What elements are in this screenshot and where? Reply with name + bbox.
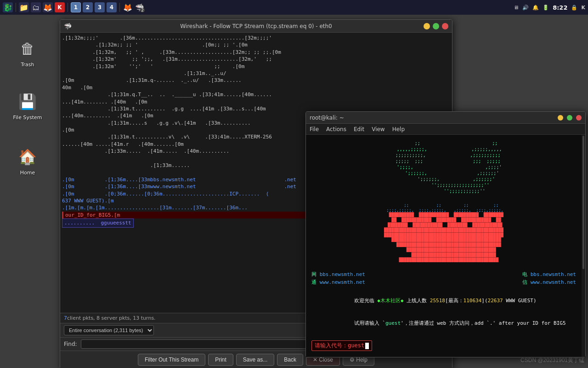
terminal-content: ;; ;; ,,,,,;;;;;, ,;;;;;,,,,, ;;;;;;;;;;…: [306, 135, 585, 357]
lock-icon[interactable]: 🔒: [571, 5, 577, 11]
filesystem-icon: 💾: [17, 91, 39, 113]
desktop-icon-filesystem[interactable]: 💾 File System: [11, 91, 44, 121]
filter-out-stream-button[interactable]: Filter Out This Stream: [138, 354, 205, 366]
menu-actions[interactable]: Actions: [326, 126, 346, 132]
stream-line: .[1;31m.._..u/: [62, 70, 450, 77]
desktop: 🗑 Trash 💾 File System 🏠 Home 🦈 Wireshark…: [0, 15, 588, 368]
terminal-menubar: File Actions Edit View Help: [306, 124, 585, 135]
ascii-art-top: ;; ;; ,,,,,;;;;;, ,;;;;;,,,,, ;;;;;;;;;;…: [311, 140, 576, 194]
wireshark-close-button[interactable]: [442, 23, 448, 29]
cursor: [365, 343, 369, 349]
conversation-select[interactable]: Entire conversation (2,311 bytes): [64, 325, 154, 335]
welcome-messages: 欢迎光临 ◆木木社区◆ 上线人数 25518[最高：110634](22637 …: [311, 289, 576, 335]
menu-file[interactable]: File: [310, 126, 319, 132]
bbs-ascii-art: ;; ;; ,,,,,;;;;;, ,;;;;;,,,,, ;;;;;;;;;;…: [308, 137, 580, 355]
kali-k-icon[interactable]: K: [581, 5, 585, 11]
taskbar-app-folder[interactable]: 🗂: [31, 2, 41, 12]
monitor-icon[interactable]: 🖥: [514, 5, 519, 11]
save-as-button[interactable]: Save as...: [236, 354, 274, 366]
desktop-icon-home[interactable]: 🏠 Home: [11, 146, 44, 176]
taskbar-app-kali[interactable]: K: [55, 2, 65, 12]
server-pkts: 8: [96, 315, 100, 321]
time-display: 8:22: [553, 4, 567, 11]
terminal-main[interactable]: ;; ;; ,,,,,;;;;;, ,;;;;;,,,,, ;;;;;;;;;;…: [306, 135, 582, 357]
print-button[interactable]: Print: [208, 354, 233, 366]
login-prompt[interactable]: 请输入代号：guest: [311, 340, 372, 351]
taskbar-firefox2[interactable]: 🦊: [123, 2, 133, 12]
stream-line: ...[41m........ .[40m .[0m: [62, 98, 450, 105]
wireshark-titlebar: 🦈 Wireshark - Follow TCP Stream (tcp.str…: [60, 20, 452, 33]
prompt-text: 请输入代号：guest: [315, 342, 364, 350]
volume-icon[interactable]: 🔊: [522, 5, 529, 11]
notify-icon[interactable]: 🔔: [532, 5, 539, 11]
login-hint: 试用请输入 `guest'，注册请通过 web 方式访问，add `.' aft…: [311, 312, 576, 335]
client-pkts: 7client pkts,: [64, 315, 96, 321]
menu-help[interactable]: Help: [392, 126, 405, 132]
home-icon: 🏠: [17, 146, 39, 168]
welcome-line: 欢迎光临 ◆木木社区◆ 上线人数 25518[最高：110634](22637 …: [311, 289, 576, 312]
menu-edit[interactable]: Edit: [354, 126, 364, 132]
trash-label: Trash: [21, 62, 34, 68]
stream-line: .[1;32m;;;;' .[36m......................…: [62, 34, 450, 41]
wireshark-window-controls: [424, 23, 448, 29]
terminal-titlebar: root@kali: ~: [306, 112, 585, 124]
site-info: 网 bbs.newsmth.net 电 bbs.newsmth.net: [311, 271, 576, 278]
terminal-maximize[interactable]: [567, 115, 572, 121]
workspace-2[interactable]: 2: [83, 2, 93, 12]
terminal-window: root@kali: ~ File Actions Edit View Help…: [305, 111, 586, 357]
workspace-4[interactable]: 4: [107, 2, 117, 12]
minimize-button[interactable]: [424, 23, 430, 29]
input-prompt-area: 请输入代号：guest: [311, 339, 576, 351]
trash-icon: 🗑: [17, 38, 39, 60]
stream-line: .[1;32m;; ;; ' .[0m;; ;; '.[0m: [62, 41, 450, 48]
terminal-minimize[interactable]: [558, 115, 563, 121]
terminal-title: root@kali: ~: [310, 115, 344, 121]
taskbar-app-dragon[interactable]: 🐉: [3, 2, 13, 12]
taskbar-app-firefox[interactable]: 🦊: [43, 2, 53, 12]
csdn-watermark: CSDN @20231901黄丁锰: [520, 356, 584, 364]
stream-line: .[1;32m' ;; ';;, .[31m..................…: [62, 56, 450, 63]
menu-view[interactable]: View: [372, 126, 384, 132]
taskbar: 🐉 📁 🗂 🦊 K 1 2 3 4 🦊 🦈2 🖥 🔊 🔔 🔋 8:22 🔒 K: [0, 0, 588, 15]
taskbar-app-files[interactable]: 📁: [19, 2, 29, 12]
maximize-button[interactable]: [433, 23, 439, 29]
stream-line: .[0m .[1;31m.q-...... ._..u/ .[33m......: [62, 77, 450, 84]
stream-line: .[1;32m' '';' ' ;; .[0m: [62, 63, 450, 70]
taskbar-wireshark[interactable]: 🦈2: [135, 2, 145, 12]
stream-line: .[1;31m.q.T__.. .. .______u .[33;41m....…: [62, 91, 450, 98]
filesystem-label: File System: [13, 115, 42, 121]
wireshark-title: Wireshark - Follow TCP Stream (tcp.strea…: [180, 23, 332, 29]
taskbar-right: 🖥 🔊 🔔 🔋 8:22 🔒 K: [514, 4, 585, 11]
terminal-close[interactable]: [576, 115, 582, 121]
desktop-icon-trash[interactable]: 🗑 Trash: [11, 38, 44, 68]
workspace-3[interactable]: 3: [95, 2, 105, 12]
terminal-window-controls: [558, 115, 582, 121]
terminal-scrollbar[interactable]: [582, 135, 585, 357]
find-label: Find:: [64, 341, 77, 347]
stream-line: 40m .[0m: [62, 84, 450, 91]
home-label: Home: [20, 170, 35, 176]
stream-line: .[1;32m, ;; ' , .[33m...................…: [62, 49, 450, 56]
wireshark-logo: 🦈: [64, 23, 72, 30]
back-button[interactable]: Back: [277, 354, 303, 366]
site-info-2: 通 www.newsmth.net 信 www.newsmth.net: [311, 279, 576, 286]
battery-icon[interactable]: 🔋: [543, 5, 549, 11]
ascii-art-castle: ;; ;; ;; ;; ;;;;,;;;;;, ;;;;,;;;;;, ,;;;…: [311, 198, 576, 267]
stream-line-input: .......... gguueesstt: [62, 218, 134, 227]
workspace-1[interactable]: 1: [71, 2, 81, 12]
